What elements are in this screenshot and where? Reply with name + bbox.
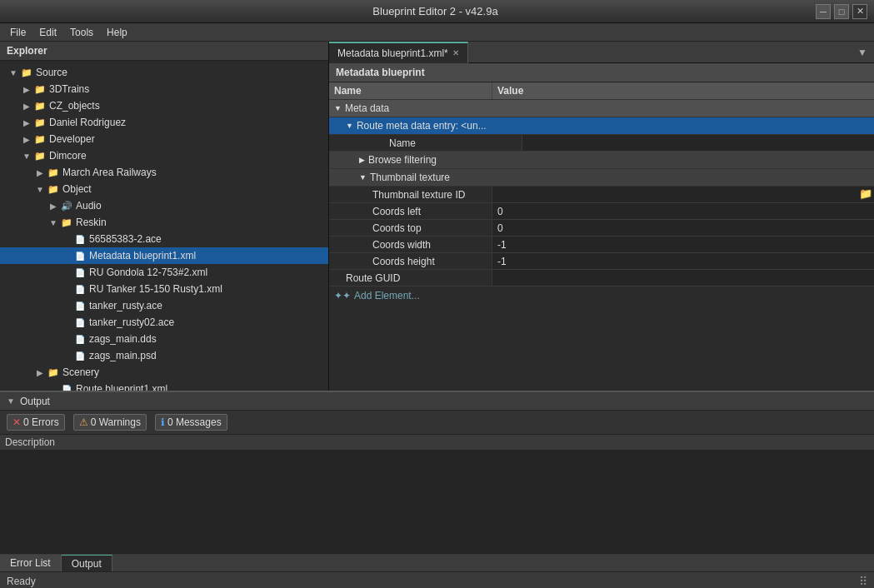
prop-row-coords-height: Coords height -1 bbox=[329, 253, 874, 270]
maximize-button[interactable]: □ bbox=[834, 4, 849, 19]
bottom-tab-errorlist[interactable]: Error List bbox=[0, 555, 62, 571]
expand-icon-metadata: ▼ bbox=[334, 104, 342, 112]
tree-node-object[interactable]: ▼ 📁 Object bbox=[0, 181, 328, 197]
warnings-button[interactable]: ⚠ 0 Warnings bbox=[73, 414, 147, 431]
expander-source[interactable]: ▼ bbox=[7, 68, 20, 77]
resize-corner[interactable]: ⠿ bbox=[859, 575, 867, 588]
tree-node-file1[interactable]: 📄 56585383-2.ace bbox=[0, 231, 328, 247]
output-col-header: Description bbox=[0, 435, 874, 451]
messages-count: 0 Messages bbox=[167, 416, 222, 428]
tab-metadata[interactable]: Metadata blueprint1.xml* ✕ bbox=[329, 42, 468, 63]
tree-node-zags-psd[interactable]: 📄 zags_main.psd bbox=[0, 347, 328, 364]
tree-node-czobjects[interactable]: ▶ 📁 CZ_objects bbox=[0, 97, 328, 114]
tree-node-daniel[interactable]: ▶ 📁 Daniel Rodriguez bbox=[0, 114, 328, 131]
output-collapse-button[interactable]: ▼ bbox=[7, 396, 15, 406]
tree-node-tanker-ace1[interactable]: 📄 tanker_rusty.ace bbox=[0, 297, 328, 314]
expand-icon-route: ▼ bbox=[346, 122, 353, 130]
status-text: Ready bbox=[7, 576, 36, 587]
explorer-header: Explorer bbox=[0, 42, 328, 61]
dds-icon-zags: 📄 bbox=[73, 332, 87, 346]
tree-node-reskin[interactable]: ▼ 📁 Reskin bbox=[0, 214, 328, 231]
xml-icon-gondola: 📄 bbox=[73, 266, 87, 279]
bottom-tab-output[interactable]: Output bbox=[62, 555, 112, 571]
close-button[interactable]: ✕ bbox=[852, 4, 867, 19]
menu-tools[interactable]: Tools bbox=[63, 25, 100, 40]
expander-3dtrains[interactable]: ▶ bbox=[20, 85, 33, 94]
folder-icon-object: 📁 bbox=[47, 182, 60, 196]
tree-label-march: March Area Railways bbox=[62, 167, 157, 178]
tree-node-audio[interactable]: ▶ 🔊 Audio bbox=[0, 197, 328, 214]
menu-help[interactable]: Help bbox=[100, 25, 134, 40]
folder-icon-march: 📁 bbox=[47, 166, 60, 179]
xml-icon-metadata: 📄 bbox=[73, 249, 87, 262]
tree-node-tanker-ace2[interactable]: 📄 tanker_rusty02.ace bbox=[0, 314, 328, 331]
blueprint-content: Metadata blueprint Name Value ▼ Meta dat… bbox=[329, 63, 874, 391]
errors-button[interactable]: ✕ 0 Errors bbox=[7, 414, 65, 431]
prop-value-coords-left[interactable]: 0 bbox=[492, 203, 874, 219]
expander-developer[interactable]: ▶ bbox=[20, 135, 33, 144]
prop-value-coords-width[interactable]: -1 bbox=[492, 237, 874, 252]
app-title: Blueprint Editor 2 - v42.9a bbox=[57, 5, 814, 17]
minimize-button[interactable]: ─ bbox=[816, 4, 831, 19]
prop-value-coords-height[interactable]: -1 bbox=[492, 253, 874, 269]
tree-node-developer[interactable]: ▶ 📁 Developer bbox=[0, 131, 328, 147]
expander-czobjects[interactable]: ▶ bbox=[20, 102, 33, 111]
section-route-entry[interactable]: ▼ Route meta data entry: <un... bbox=[329, 117, 874, 135]
expander-dimcore[interactable]: ▼ bbox=[20, 152, 33, 161]
tree-label-3dtrains: 3DTrains bbox=[49, 83, 89, 95]
tab-menu-button[interactable]: ▼ bbox=[851, 47, 874, 58]
prop-value-thumbnail-id[interactable]: 📁 bbox=[492, 187, 874, 202]
tree-label-source: Source bbox=[36, 67, 67, 78]
output-title: Output bbox=[20, 396, 50, 407]
col-header-name: Name bbox=[329, 82, 492, 99]
tree-node-routebp[interactable]: 📄 Route blueprint1.xml bbox=[0, 381, 328, 391]
folder-icon-dimcore: 📁 bbox=[33, 149, 47, 162]
tab-close-metadata[interactable]: ✕ bbox=[452, 48, 459, 57]
tree-node-metadata[interactable]: 📄 Metadata blueprint1.xml bbox=[0, 247, 328, 264]
prop-value-route-guid[interactable] bbox=[492, 270, 874, 286]
tree-node-dimcore[interactable]: ▼ 📁 Dimcore bbox=[0, 147, 328, 164]
messages-button[interactable]: ℹ 0 Messages bbox=[155, 414, 227, 431]
tree-node-scenery[interactable]: ▶ 📁 Scenery bbox=[0, 364, 328, 381]
explorer-tree[interactable]: ▼ 📁 Source ▶ 📁 3DTrains ▶ 📁 CZ_objects bbox=[0, 61, 328, 391]
tree-label-tanker-ace2: tanker_rusty02.ace bbox=[89, 316, 174, 328]
add-element-row[interactable]: ✦✦ Add Element... bbox=[329, 287, 874, 305]
status-bar: Ready ⠿ bbox=[0, 571, 874, 588]
prop-name-thumbnail-id: Thumbnail texture ID bbox=[329, 187, 492, 202]
expander-scenery[interactable]: ▶ bbox=[33, 368, 47, 377]
folder-icon-3dtrains: 📁 bbox=[33, 82, 47, 96]
menu-edit[interactable]: Edit bbox=[32, 25, 63, 40]
expand-icon-thumbnail: ▼ bbox=[359, 173, 367, 182]
menu-file[interactable]: File bbox=[3, 25, 32, 40]
expand-icon-browse: ▶ bbox=[359, 156, 365, 164]
section-browse-filter[interactable]: ▶ Browse filtering bbox=[329, 152, 874, 169]
tree-node-march[interactable]: ▶ 📁 March Area Railways bbox=[0, 164, 328, 181]
prop-grid-header: Name Value bbox=[329, 82, 874, 100]
tree-node-zags-dds[interactable]: 📄 zags_main.dds bbox=[0, 331, 328, 347]
section-metadata[interactable]: ▼ Meta data bbox=[329, 100, 874, 117]
info-icon: ℹ bbox=[161, 416, 165, 428]
section-thumbnail[interactable]: ▼ Thumbnail texture bbox=[329, 169, 874, 187]
tree-node-source[interactable]: ▼ 📁 Source bbox=[0, 64, 328, 81]
expander-daniel[interactable]: ▶ bbox=[20, 118, 33, 127]
tree-node-3dtrains[interactable]: ▶ 📁 3DTrains bbox=[0, 81, 328, 97]
folder-icon-czobjects: 📁 bbox=[33, 99, 47, 112]
expander-object[interactable]: ▼ bbox=[33, 185, 47, 194]
prop-row-route-guid: Route GUID bbox=[329, 270, 874, 287]
prop-value-coords-top[interactable]: 0 bbox=[492, 220, 874, 236]
tree-label-zags-psd: zags_main.psd bbox=[89, 350, 157, 361]
tree-node-gondola[interactable]: 📄 RU Gondola 12-753#2.xml bbox=[0, 264, 328, 281]
expander-reskin[interactable]: ▼ bbox=[47, 218, 60, 227]
add-element-icon: ✦✦ bbox=[334, 290, 351, 301]
add-element-label[interactable]: Add Element... bbox=[354, 290, 420, 301]
thumbnail-folder-btn[interactable]: 📁 bbox=[859, 187, 872, 200]
tree-label-gondola: RU Gondola 12-753#2.xml bbox=[89, 267, 207, 278]
main-area: Explorer ▼ 📁 Source ▶ 📁 3DTrains ▶ 📁 bbox=[0, 42, 874, 391]
expander-march[interactable]: ▶ bbox=[33, 168, 47, 177]
prop-value-name[interactable] bbox=[522, 135, 874, 151]
tree-node-tanker-xml[interactable]: 📄 RU Tanker 15-150 Rusty1.xml bbox=[0, 281, 328, 297]
prop-row-coords-width: Coords width -1 bbox=[329, 237, 874, 253]
expander-audio[interactable]: ▶ bbox=[47, 202, 60, 211]
section-label-browse: Browse filtering bbox=[368, 154, 437, 166]
tree-label-object: Object bbox=[62, 183, 92, 195]
